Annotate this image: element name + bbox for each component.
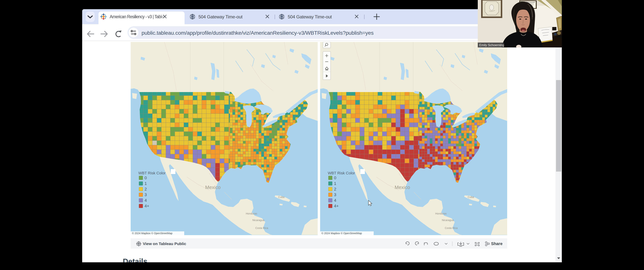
svg-text:Nicaragua: Nicaragua [252,219,264,222]
svg-text:0: 0 [334,176,336,180]
svg-text:Costa Rica: Costa Rica [255,226,268,229]
svg-text:1: 1 [144,181,147,186]
svg-text:3: 3 [334,192,336,197]
svg-text:2: 2 [334,187,336,191]
svg-text:WBT Risk Color: WBT Risk Color [328,171,355,175]
svg-text:4: 4 [144,198,147,203]
svg-text:4+: 4+ [144,204,149,208]
svg-text:Nicaragua: Nicaragua [442,219,454,222]
svg-text:3: 3 [144,192,147,197]
svg-text:0: 0 [144,176,147,180]
svg-text:4+: 4+ [334,204,339,208]
svg-text:Cuba: Cuba [278,196,284,199]
svg-text:Honduras: Honduras [435,212,447,215]
svg-text:© 2024 Mapbox © OpenStreetMap: © 2024 Mapbox © OpenStreetMap [132,232,172,235]
svg-text:Emily Schoerning: Emily Schoerning [479,43,504,47]
svg-text:2: 2 [144,187,147,191]
svg-text:Costa Rica: Costa Rica [445,226,458,229]
svg-text:WBT Risk Color: WBT Risk Color [138,171,166,175]
svg-text:1: 1 [334,181,336,186]
svg-text:Honduras: Honduras [246,212,257,215]
svg-text:Mexico: Mexico [395,185,410,190]
svg-text:Cuba: Cuba [468,196,474,199]
svg-text:Mexico: Mexico [205,185,220,190]
svg-text:4: 4 [334,198,336,203]
svg-text:© 2024 Mapbox © OpenStreetMap: © 2024 Mapbox © OpenStreetMap [322,232,362,235]
